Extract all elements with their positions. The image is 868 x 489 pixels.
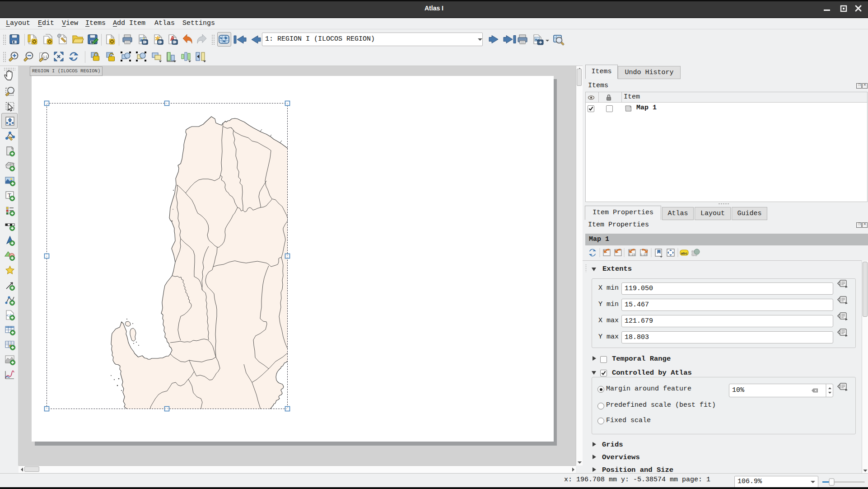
svg-text:1:23: 1:23 (629, 253, 635, 256)
svg-text:1:23: 1:23 (640, 253, 647, 256)
svg-text:1:1: 1:1 (43, 55, 47, 58)
svg-text:abc: abc (681, 251, 688, 255)
